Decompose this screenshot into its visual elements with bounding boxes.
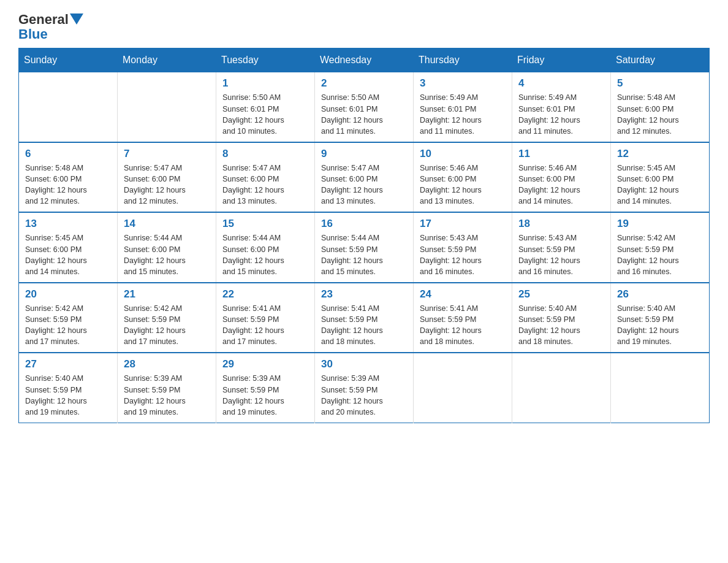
day-number: 4 bbox=[518, 77, 604, 90]
calendar-header: SundayMondayTuesdayWednesdayThursdayFrid… bbox=[19, 48, 710, 72]
calendar-cell: 10Sunrise: 5:46 AMSunset: 6:00 PMDayligh… bbox=[414, 142, 512, 213]
day-info: Sunrise: 5:40 AMSunset: 5:59 PMDaylight:… bbox=[518, 303, 604, 348]
day-of-week-saturday: Saturday bbox=[611, 48, 710, 72]
day-number: 17 bbox=[420, 218, 506, 230]
calendar-cell: 29Sunrise: 5:39 AMSunset: 5:59 PMDayligh… bbox=[216, 353, 315, 423]
calendar-cell bbox=[512, 353, 611, 423]
day-of-week-wednesday: Wednesday bbox=[315, 48, 414, 72]
day-number: 8 bbox=[222, 148, 308, 160]
day-number: 30 bbox=[321, 358, 407, 370]
day-info: Sunrise: 5:40 AMSunset: 5:59 PMDaylight:… bbox=[25, 373, 111, 418]
day-info: Sunrise: 5:46 AMSunset: 6:00 PMDaylight:… bbox=[518, 163, 604, 207]
day-number: 1 bbox=[222, 77, 308, 90]
day-info: Sunrise: 5:42 AMSunset: 5:59 PMDaylight:… bbox=[25, 303, 111, 348]
days-of-week-row: SundayMondayTuesdayWednesdayThursdayFrid… bbox=[19, 48, 710, 72]
day-number: 29 bbox=[222, 358, 308, 370]
day-number: 20 bbox=[25, 288, 111, 301]
day-number: 11 bbox=[518, 148, 604, 160]
day-info: Sunrise: 5:48 AMSunset: 6:00 PMDaylight:… bbox=[25, 163, 111, 207]
day-number: 3 bbox=[420, 77, 506, 90]
day-info: Sunrise: 5:41 AMSunset: 5:59 PMDaylight:… bbox=[321, 303, 407, 348]
day-of-week-monday: Monday bbox=[118, 48, 216, 72]
day-number: 7 bbox=[124, 148, 210, 160]
calendar-cell bbox=[19, 72, 118, 142]
day-number: 13 bbox=[25, 218, 111, 230]
day-number: 16 bbox=[321, 218, 407, 230]
day-info: Sunrise: 5:44 AMSunset: 5:59 PMDaylight:… bbox=[321, 232, 407, 277]
calendar-cell: 18Sunrise: 5:43 AMSunset: 5:59 PMDayligh… bbox=[512, 212, 611, 283]
day-info: Sunrise: 5:39 AMSunset: 5:59 PMDaylight:… bbox=[124, 373, 210, 418]
calendar-table: SundayMondayTuesdayWednesdayThursdayFrid… bbox=[18, 48, 710, 423]
day-of-week-sunday: Sunday bbox=[19, 48, 118, 72]
calendar-cell: 7Sunrise: 5:47 AMSunset: 6:00 PMDaylight… bbox=[118, 142, 216, 213]
calendar-cell: 27Sunrise: 5:40 AMSunset: 5:59 PMDayligh… bbox=[19, 353, 118, 423]
svg-marker-0 bbox=[70, 13, 83, 25]
day-info: Sunrise: 5:39 AMSunset: 5:59 PMDaylight:… bbox=[222, 373, 308, 418]
day-info: Sunrise: 5:42 AMSunset: 5:59 PMDaylight:… bbox=[124, 303, 210, 348]
calendar-cell: 20Sunrise: 5:42 AMSunset: 5:59 PMDayligh… bbox=[19, 283, 118, 353]
logo-triangle-icon bbox=[70, 13, 83, 27]
calendar-cell: 24Sunrise: 5:41 AMSunset: 5:59 PMDayligh… bbox=[414, 283, 512, 353]
day-info: Sunrise: 5:47 AMSunset: 6:00 PMDaylight:… bbox=[124, 163, 210, 207]
calendar-cell: 25Sunrise: 5:40 AMSunset: 5:59 PMDayligh… bbox=[512, 283, 611, 353]
day-info: Sunrise: 5:43 AMSunset: 5:59 PMDaylight:… bbox=[518, 232, 604, 277]
day-info: Sunrise: 5:42 AMSunset: 5:59 PMDaylight:… bbox=[617, 232, 703, 277]
day-number: 19 bbox=[617, 218, 703, 230]
day-info: Sunrise: 5:50 AMSunset: 6:01 PMDaylight:… bbox=[321, 92, 407, 137]
calendar-cell: 2Sunrise: 5:50 AMSunset: 6:01 PMDaylight… bbox=[315, 72, 414, 142]
calendar-cell: 17Sunrise: 5:43 AMSunset: 5:59 PMDayligh… bbox=[414, 212, 512, 283]
calendar-cell: 6Sunrise: 5:48 AMSunset: 6:00 PMDaylight… bbox=[19, 142, 118, 213]
calendar-cell: 15Sunrise: 5:44 AMSunset: 6:00 PMDayligh… bbox=[216, 212, 315, 283]
day-number: 5 bbox=[617, 77, 703, 90]
logo: General Blue bbox=[18, 12, 83, 42]
day-number: 18 bbox=[518, 218, 604, 230]
day-info: Sunrise: 5:49 AMSunset: 6:01 PMDaylight:… bbox=[518, 92, 604, 137]
week-row-3: 13Sunrise: 5:45 AMSunset: 6:00 PMDayligh… bbox=[19, 212, 710, 283]
day-number: 12 bbox=[617, 148, 703, 160]
day-info: Sunrise: 5:47 AMSunset: 6:00 PMDaylight:… bbox=[321, 163, 407, 207]
calendar-cell: 13Sunrise: 5:45 AMSunset: 6:00 PMDayligh… bbox=[19, 212, 118, 283]
day-number: 27 bbox=[25, 358, 111, 370]
calendar-cell: 8Sunrise: 5:47 AMSunset: 6:00 PMDaylight… bbox=[216, 142, 315, 213]
calendar-cell: 30Sunrise: 5:39 AMSunset: 5:59 PMDayligh… bbox=[315, 353, 414, 423]
calendar-cell bbox=[414, 353, 512, 423]
day-info: Sunrise: 5:39 AMSunset: 5:59 PMDaylight:… bbox=[321, 373, 407, 418]
day-number: 10 bbox=[420, 148, 506, 160]
day-number: 14 bbox=[124, 218, 210, 230]
day-info: Sunrise: 5:44 AMSunset: 6:00 PMDaylight:… bbox=[124, 232, 210, 277]
calendar-cell: 16Sunrise: 5:44 AMSunset: 5:59 PMDayligh… bbox=[315, 212, 414, 283]
day-number: 2 bbox=[321, 77, 407, 90]
day-info: Sunrise: 5:49 AMSunset: 6:01 PMDaylight:… bbox=[420, 92, 506, 137]
calendar-cell: 23Sunrise: 5:41 AMSunset: 5:59 PMDayligh… bbox=[315, 283, 414, 353]
calendar-cell: 19Sunrise: 5:42 AMSunset: 5:59 PMDayligh… bbox=[611, 212, 710, 283]
calendar-cell: 11Sunrise: 5:46 AMSunset: 6:00 PMDayligh… bbox=[512, 142, 611, 213]
calendar-cell: 21Sunrise: 5:42 AMSunset: 5:59 PMDayligh… bbox=[118, 283, 216, 353]
week-row-4: 20Sunrise: 5:42 AMSunset: 5:59 PMDayligh… bbox=[19, 283, 710, 353]
calendar-cell: 22Sunrise: 5:41 AMSunset: 5:59 PMDayligh… bbox=[216, 283, 315, 353]
day-info: Sunrise: 5:47 AMSunset: 6:00 PMDaylight:… bbox=[222, 163, 308, 207]
day-info: Sunrise: 5:40 AMSunset: 5:59 PMDaylight:… bbox=[617, 303, 703, 348]
calendar-cell: 5Sunrise: 5:48 AMSunset: 6:00 PMDaylight… bbox=[611, 72, 710, 142]
day-info: Sunrise: 5:45 AMSunset: 6:00 PMDaylight:… bbox=[617, 163, 703, 207]
logo-text-general: General bbox=[18, 12, 69, 27]
week-row-5: 27Sunrise: 5:40 AMSunset: 5:59 PMDayligh… bbox=[19, 353, 710, 423]
day-info: Sunrise: 5:44 AMSunset: 6:00 PMDaylight:… bbox=[222, 232, 308, 277]
day-info: Sunrise: 5:46 AMSunset: 6:00 PMDaylight:… bbox=[420, 163, 506, 207]
day-number: 6 bbox=[25, 148, 111, 160]
day-number: 9 bbox=[321, 148, 407, 160]
calendar-cell: 9Sunrise: 5:47 AMSunset: 6:00 PMDaylight… bbox=[315, 142, 414, 213]
page-header: General Blue bbox=[18, 12, 710, 42]
day-number: 28 bbox=[124, 358, 210, 370]
day-number: 24 bbox=[420, 288, 506, 301]
day-number: 22 bbox=[222, 288, 308, 301]
day-info: Sunrise: 5:43 AMSunset: 5:59 PMDaylight:… bbox=[420, 232, 506, 277]
logo-text-blue: Blue bbox=[18, 27, 83, 42]
calendar-cell bbox=[118, 72, 216, 142]
day-number: 21 bbox=[124, 288, 210, 301]
day-of-week-thursday: Thursday bbox=[414, 48, 512, 72]
week-row-1: 1Sunrise: 5:50 AMSunset: 6:01 PMDaylight… bbox=[19, 72, 710, 142]
calendar-cell: 12Sunrise: 5:45 AMSunset: 6:00 PMDayligh… bbox=[611, 142, 710, 213]
calendar-cell: 1Sunrise: 5:50 AMSunset: 6:01 PMDaylight… bbox=[216, 72, 315, 142]
day-info: Sunrise: 5:50 AMSunset: 6:01 PMDaylight:… bbox=[222, 92, 308, 137]
day-of-week-tuesday: Tuesday bbox=[216, 48, 315, 72]
